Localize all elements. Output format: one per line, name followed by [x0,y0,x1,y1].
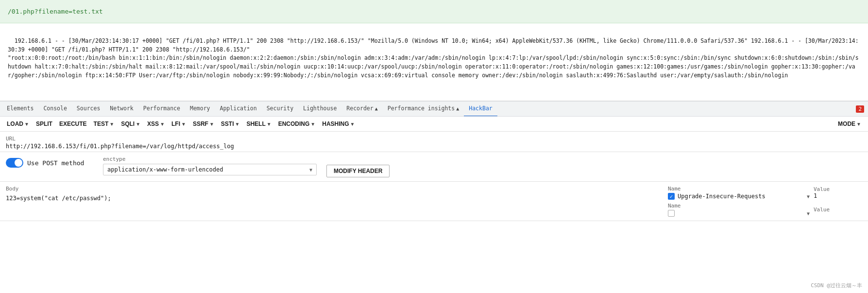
hashing-arrow-icon: ▼ [350,121,355,127]
tab-network[interactable]: Network [105,101,138,117]
body-header-area: Body 123=system("cat /etc/passwd"); Name… [0,182,868,221]
header-checkbox-2[interactable] [668,210,675,217]
body-value[interactable]: 123=system("cat /etc/passwd"); [6,195,658,202]
checkmark-icon-1: ✓ [670,193,673,200]
btn-encoding[interactable]: ENCODING ▼ [275,119,319,129]
enctype-label: enctype [103,156,317,162]
tab-console[interactable]: Console [38,101,71,117]
load-arrow-icon: ▼ [24,121,29,127]
btn-split[interactable]: SPLIT [33,119,55,129]
checkbox-area-1: ✓ Upgrade-Insecure-Requests ▼ [668,193,810,200]
header-checkbox-1[interactable]: ✓ [668,193,675,200]
header-name-value-1[interactable]: Upgrade-Insecure-Requests [678,193,804,200]
response-output: 192.168.6.1 - - [30/Mar/2023:14:30:17 +0… [0,23,868,101]
response-text: 192.168.6.1 - - [30/Mar/2023:14:30:17 +0… [8,37,859,79]
header-row-1: Name ✓ Upgrade-Insecure-Requests ▼ Value… [668,186,862,200]
body-label: Body [6,186,658,192]
btn-ssrf[interactable]: SSRF ▼ [190,119,217,129]
tab-lighthouse[interactable]: Lighthouse [298,101,341,117]
btn-shell[interactable]: SHELL ▼ [243,119,274,129]
sqli-arrow-icon: ▼ [136,121,140,127]
post-row: Use POST method enctype application/x-ww… [0,152,868,182]
btn-test[interactable]: TEST ▼ [91,119,118,129]
ssti-arrow-icon: ▼ [235,121,240,127]
post-toggle-area: Use POST method [6,156,93,168]
header-row-2: Name ▼ Value [668,203,862,217]
use-post-toggle[interactable] [6,158,23,168]
encoding-arrow-icon: ▼ [310,121,315,127]
tab-elements[interactable]: Elements [2,101,38,117]
tab-hackbar[interactable]: HackBar [464,101,497,117]
shell-arrow-icon: ▼ [267,121,272,127]
error-badge: 2 [856,105,864,113]
btn-load[interactable]: LOAD ▼ [4,119,32,129]
header-value-col-1: Value 1 [814,186,862,199]
devtools-tabbar: Elements Console Sources Network Perform… [0,101,868,117]
header-value-col-2: Value [814,207,862,213]
tab-security[interactable]: Security [262,101,298,117]
btn-mode[interactable]: MODE ▼ [835,119,864,129]
modify-header-button[interactable]: MODIFY HEADER [326,165,390,177]
hackbar-toolbar: LOAD ▼ SPLIT EXECUTE TEST ▼ SQLI ▼ XSS ▼… [0,117,868,132]
tab-memory[interactable]: Memory [185,101,215,117]
url-section: URL http://192.168.6.153/fi/01.php?filen… [0,132,868,152]
mode-arrow-icon: ▼ [856,121,861,127]
top-url-bar: /01.php?filename=test.txt [0,0,868,23]
devtools-right: 2 [856,105,866,113]
header-name-dropdown-2: ▼ [807,211,810,216]
use-post-label: Use POST method [27,159,84,167]
value-label-2: Value [814,207,862,213]
btn-hashing[interactable]: HASHING ▼ [319,119,357,129]
test-arrow-icon: ▼ [109,121,114,127]
ssrf-arrow-icon: ▼ [209,121,214,127]
url-label: URL [6,136,862,142]
enctype-area: enctype application/x-www-form-urlencode… [103,156,317,175]
lfi-arrow-icon: ▼ [181,121,186,127]
btn-sqli[interactable]: SQLI ▼ [118,119,143,129]
header-name-dropdown-1: ▼ [807,194,810,199]
url-value[interactable]: http://192.168.6.153/fi/01.php?filename=… [6,143,862,150]
top-url-text: /01.php?filename=test.txt [8,8,103,15]
modify-header-area: MODIFY HEADER [326,156,390,177]
value-value-1[interactable]: 1 [814,192,862,199]
btn-ssti[interactable]: SSTI ▼ [218,119,243,129]
header-name-label-2: Name [668,203,810,209]
body-col: Body 123=system("cat /etc/passwd"); [6,186,658,217]
btn-lfi[interactable]: LFI ▼ [169,119,189,129]
toggle-thumb [15,159,22,167]
tab-performance[interactable]: Performance [138,101,185,117]
value-label-1: Value [814,186,862,192]
enctype-value: application/x-www-form-urlencoded [107,166,223,173]
enctype-dropdown-icon: ▼ [309,167,312,172]
toggle-track [6,158,23,168]
checkbox-area-2: ▼ [668,210,810,217]
tab-sources[interactable]: Sources [72,101,105,117]
tab-performance-insights[interactable]: Performance insights ▲ [383,101,464,117]
header-input-col: Name ✓ Upgrade-Insecure-Requests ▼ Value… [668,186,862,217]
perf-insights-badge: ▲ [456,106,459,111]
tab-application[interactable]: Application [215,101,262,117]
recorder-badge: ▲ [375,106,378,111]
btn-execute[interactable]: EXECUTE [56,119,90,129]
header-name-label-1: Name [668,186,810,192]
tab-recorder[interactable]: Recorder ▲ [341,101,382,117]
enctype-select[interactable]: application/x-www-form-urlencoded ▼ [103,164,317,175]
btn-xss[interactable]: XSS ▼ [144,119,168,129]
xss-arrow-icon: ▼ [160,121,165,127]
